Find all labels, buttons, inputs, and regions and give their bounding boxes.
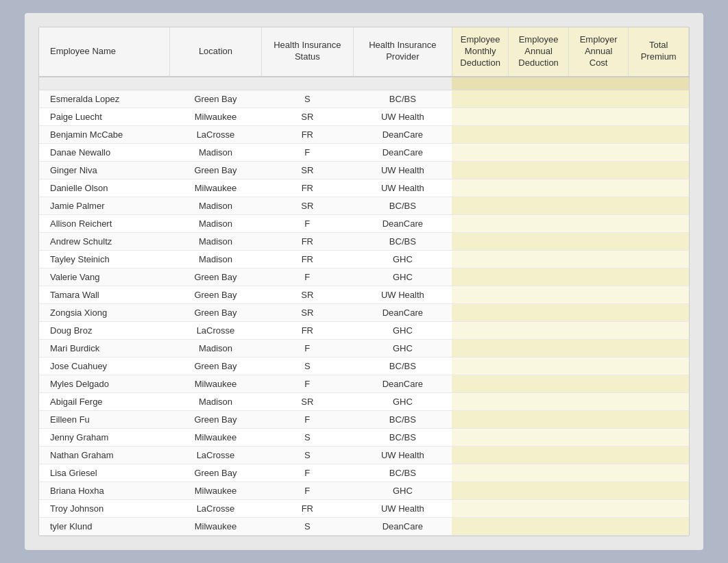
cell-0: Abigail Ferge [39,393,170,411]
cell-7 [629,215,689,233]
cell-3: GHC [353,393,452,411]
cell-1: Madison [170,215,262,233]
cell-5 [509,358,569,375]
cell-7 [629,322,689,340]
table-row: Mari BurdickMadisonFGHC [39,340,689,358]
cell-6 [568,500,629,518]
cell-6 [568,518,629,536]
cell-6 [568,90,629,108]
cell-5 [509,375,569,393]
cell-0: Jamie Palmer [39,197,170,215]
cell-5 [509,179,569,197]
cell-4 [452,464,508,482]
cell-1: Milwaukee [170,179,262,197]
cell-2: F [261,375,353,393]
cell-1: Green Bay [170,162,262,179]
cell-5 [509,108,569,126]
cell-2: SR [261,108,353,126]
cell-4 [452,375,508,393]
cell-1: Milwaukee [170,375,262,393]
cell-2: F [261,215,353,233]
cell-0: Danae Newallo [39,144,170,162]
cell-1: LaCrosse [170,500,262,518]
cell-2: SR [261,304,353,322]
cell-7 [629,251,689,268]
cell-4 [452,268,508,286]
cell-3: DeanCare [353,518,452,536]
cell-7 [629,375,689,393]
cell-4 [452,518,508,536]
cell-7 [629,518,689,536]
cell-3: BC/BS [353,429,452,447]
cell-7 [629,500,689,518]
table-row: tyler KlundMilwaukeeSDeanCare [39,518,689,536]
cell-6 [568,215,629,233]
cell-0: Zongsia Xiong [39,304,170,322]
cell-2: SR [261,162,353,179]
cell-1: Madison [170,251,262,268]
cell-5 [509,304,569,322]
cell-3: DeanCare [353,375,452,393]
cell-4 [452,500,508,518]
cell-1: Green Bay [170,358,262,375]
cell-3: BC/BS [353,197,452,215]
cell-6 [568,233,629,251]
cell-7 [629,340,689,358]
cell-2: FR [261,251,353,268]
cell-5 [509,162,569,179]
cell-4 [452,286,508,304]
cell-6 [568,179,629,197]
table-row: Lisa GrieselGreen BayFBC/BS [39,464,689,482]
cell-1: Milwaukee [170,108,262,126]
cell-0: Myles Delgado [39,375,170,393]
cell-3: UW Health [353,500,452,518]
cell-7 [629,268,689,286]
cell-6 [568,126,629,144]
cell-6 [568,322,629,340]
cell-5 [509,464,569,482]
cell-5 [509,411,569,429]
cell-7 [629,358,689,375]
col-header-annual-cost: Employer AnnualCost [568,27,629,77]
cell-1: Madison [170,233,262,251]
col-header-hi-status: Health InsuranceStatus [261,27,353,77]
cell-2: F [261,411,353,429]
cell-0: Paige Luecht [39,108,170,126]
cell-7 [629,162,689,179]
cell-6 [568,251,629,268]
cell-0: Troy Johnson [39,500,170,518]
cell-0: Lisa Griesel [39,464,170,482]
cell-6 [568,447,629,464]
cell-6 [568,411,629,429]
table-row: Nathan GrahamLaCrosseSUW Health [39,447,689,464]
cell-4 [452,162,508,179]
cell-2: FR [261,179,353,197]
cell-6 [568,393,629,411]
cell-4 [452,215,508,233]
cell-5 [509,197,569,215]
cell-7 [629,482,689,500]
cell-3: UW Health [353,286,452,304]
cell-4 [452,358,508,375]
cell-7 [629,126,689,144]
table-row: Abigail FergeMadisonSRGHC [39,393,689,411]
cell-4 [452,108,508,126]
cell-5 [509,233,569,251]
col-header-employee-name: Employee Name [39,27,170,77]
cell-3: UW Health [353,108,452,126]
cell-0: Jenny Graham [39,429,170,447]
cell-1: LaCrosse [170,322,262,340]
col-header-monthly-deduction: Employee MonthlyDeduction [452,27,508,77]
cell-0: Tayley Steinich [39,251,170,268]
cell-6 [568,108,629,126]
cell-7 [629,393,689,411]
cell-0: Ginger Niva [39,162,170,179]
cell-2: F [261,482,353,500]
cell-5 [509,322,569,340]
cell-7 [629,464,689,482]
cell-2: F [261,340,353,358]
cell-7 [629,447,689,464]
table-row: Eilleen FuGreen BayFBC/BS [39,411,689,429]
table-row: Danielle OlsonMilwaukeeFRUW Health [39,179,689,197]
cell-3: DeanCare [353,215,452,233]
